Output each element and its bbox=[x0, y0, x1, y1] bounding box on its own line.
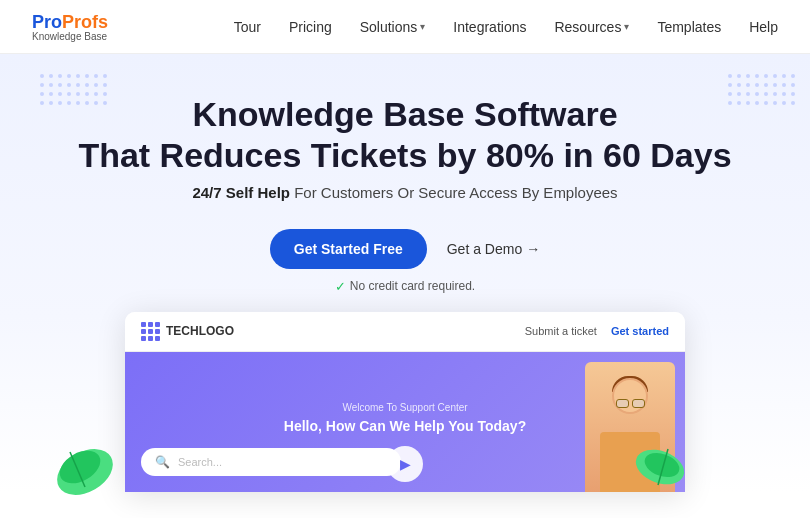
dots-left-decoration bbox=[40, 74, 107, 105]
logo-subtitle: Knowledge Base bbox=[32, 31, 107, 42]
search-icon: 🔍 bbox=[155, 455, 170, 469]
logo-profs: Profs bbox=[62, 12, 108, 33]
navbar: ProProfs Knowledge Base Tour Pricing Sol… bbox=[0, 0, 810, 54]
headline-line2: That Reduces Tickets by 80% in 60 Days bbox=[78, 136, 731, 174]
no-credit-notice: ✓ No credit card required. bbox=[20, 279, 790, 294]
arrow-icon: → bbox=[526, 241, 540, 257]
nav-solutions[interactable]: Solutions ▾ bbox=[360, 19, 426, 35]
preview-submit-ticket: Submit a ticket bbox=[525, 325, 597, 337]
hero-subtext: 24/7 Self Help For Customers Or Secure A… bbox=[20, 184, 790, 201]
check-icon: ✓ bbox=[335, 279, 346, 294]
preview-wrapper: TECHLOGO Submit a ticket Get started Wel… bbox=[20, 312, 790, 492]
hero-subtext-bold: 24/7 Self Help bbox=[192, 184, 290, 201]
nav-tour[interactable]: Tour bbox=[234, 19, 261, 35]
glass-left bbox=[616, 399, 629, 408]
nav-help[interactable]: Help bbox=[749, 19, 778, 35]
hero-headline: Knowledge Base Software That Reduces Tic… bbox=[20, 94, 790, 176]
logo-pro: Pro bbox=[32, 12, 62, 33]
play-icon: ▶ bbox=[400, 456, 411, 472]
nav-links: Tour Pricing Solutions ▾ Integrations Re… bbox=[234, 19, 778, 35]
headline-line1: Knowledge Base Software bbox=[192, 95, 617, 133]
nav-integrations[interactable]: Integrations bbox=[453, 19, 526, 35]
hero-subtext-rest: For Customers Or Secure Access By Employ… bbox=[290, 184, 618, 201]
dots-right-decoration bbox=[728, 74, 795, 105]
nav-templates[interactable]: Templates bbox=[657, 19, 721, 35]
no-credit-text: No credit card required. bbox=[350, 279, 475, 293]
preview-nav-links: Submit a ticket Get started bbox=[525, 325, 669, 337]
preview-card: TECHLOGO Submit a ticket Get started Wel… bbox=[125, 312, 685, 492]
get-started-button[interactable]: Get Started Free bbox=[270, 229, 427, 269]
chevron-down-icon: ▾ bbox=[420, 21, 425, 32]
logo[interactable]: ProProfs Knowledge Base bbox=[32, 12, 108, 42]
person-glasses bbox=[614, 399, 646, 409]
nav-resources[interactable]: Resources ▾ bbox=[554, 19, 629, 35]
preview-logo-text: TECHLOGO bbox=[166, 324, 234, 338]
preview-get-started: Get started bbox=[611, 325, 669, 337]
glass-right bbox=[632, 399, 645, 408]
nav-pricing[interactable]: Pricing bbox=[289, 19, 332, 35]
chevron-down-icon: ▾ bbox=[624, 21, 629, 32]
preview-search-placeholder: Search... bbox=[178, 456, 222, 468]
preview-logo: TECHLOGO bbox=[141, 322, 234, 341]
leaf-right-decoration bbox=[630, 437, 690, 497]
play-button[interactable]: ▶ bbox=[387, 446, 423, 482]
demo-label: Get a Demo bbox=[447, 241, 522, 257]
preview-topbar: TECHLOGO Submit a ticket Get started bbox=[125, 312, 685, 352]
hero-section: Knowledge Base Software That Reduces Tic… bbox=[0, 54, 810, 492]
preview-search-bar[interactable]: 🔍 Search... bbox=[141, 448, 401, 476]
preview-hero-area: Welcome To Support Center Hello, How Can… bbox=[125, 352, 685, 492]
hero-cta-group: Get Started Free Get a Demo → bbox=[20, 229, 790, 269]
preview-logo-icon bbox=[141, 322, 160, 341]
leaf-left-decoration bbox=[50, 437, 120, 497]
person-head bbox=[612, 378, 648, 414]
get-demo-button[interactable]: Get a Demo → bbox=[447, 241, 540, 257]
